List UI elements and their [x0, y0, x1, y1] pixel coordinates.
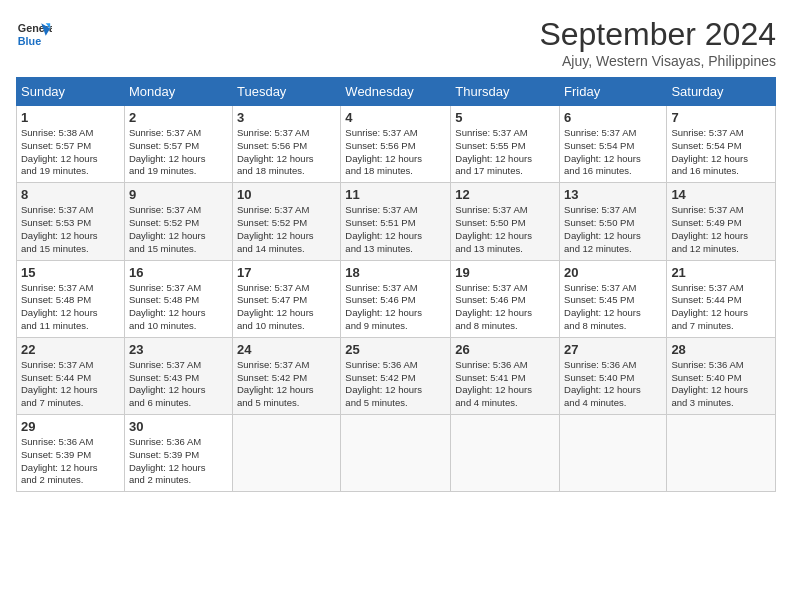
day-info: Sunrise: 5:37 AM Sunset: 5:52 PM Dayligh… [129, 204, 228, 255]
day-number: 15 [21, 265, 120, 280]
calendar-cell: 6Sunrise: 5:37 AM Sunset: 5:54 PM Daylig… [560, 106, 667, 183]
calendar-cell: 12Sunrise: 5:37 AM Sunset: 5:50 PM Dayli… [451, 183, 560, 260]
title-section: September 2024 Ajuy, Western Visayas, Ph… [539, 16, 776, 69]
day-info: Sunrise: 5:37 AM Sunset: 5:55 PM Dayligh… [455, 127, 555, 178]
day-number: 23 [129, 342, 228, 357]
day-info: Sunrise: 5:37 AM Sunset: 5:57 PM Dayligh… [129, 127, 228, 178]
day-info: Sunrise: 5:37 AM Sunset: 5:50 PM Dayligh… [564, 204, 662, 255]
svg-text:Blue: Blue [18, 35, 41, 47]
calendar-cell: 21Sunrise: 5:37 AM Sunset: 5:44 PM Dayli… [667, 260, 776, 337]
location: Ajuy, Western Visayas, Philippines [539, 53, 776, 69]
calendar-cell: 2Sunrise: 5:37 AM Sunset: 5:57 PM Daylig… [124, 106, 232, 183]
calendar-cell: 3Sunrise: 5:37 AM Sunset: 5:56 PM Daylig… [232, 106, 340, 183]
day-info: Sunrise: 5:37 AM Sunset: 5:48 PM Dayligh… [129, 282, 228, 333]
day-number: 4 [345, 110, 446, 125]
day-number: 26 [455, 342, 555, 357]
calendar-cell: 11Sunrise: 5:37 AM Sunset: 5:51 PM Dayli… [341, 183, 451, 260]
day-number: 2 [129, 110, 228, 125]
calendar-week-row: 22Sunrise: 5:37 AM Sunset: 5:44 PM Dayli… [17, 337, 776, 414]
day-number: 14 [671, 187, 771, 202]
weekday-header: Monday [124, 78, 232, 106]
day-info: Sunrise: 5:37 AM Sunset: 5:48 PM Dayligh… [21, 282, 120, 333]
calendar-cell: 26Sunrise: 5:36 AM Sunset: 5:41 PM Dayli… [451, 337, 560, 414]
day-info: Sunrise: 5:37 AM Sunset: 5:54 PM Dayligh… [564, 127, 662, 178]
month-title: September 2024 [539, 16, 776, 53]
weekday-header: Saturday [667, 78, 776, 106]
day-number: 6 [564, 110, 662, 125]
day-number: 17 [237, 265, 336, 280]
day-number: 19 [455, 265, 555, 280]
day-number: 10 [237, 187, 336, 202]
calendar-cell: 25Sunrise: 5:36 AM Sunset: 5:42 PM Dayli… [341, 337, 451, 414]
day-number: 7 [671, 110, 771, 125]
calendar-week-row: 8Sunrise: 5:37 AM Sunset: 5:53 PM Daylig… [17, 183, 776, 260]
day-info: Sunrise: 5:37 AM Sunset: 5:42 PM Dayligh… [237, 359, 336, 410]
day-number: 3 [237, 110, 336, 125]
calendar-cell: 17Sunrise: 5:37 AM Sunset: 5:47 PM Dayli… [232, 260, 340, 337]
day-number: 30 [129, 419, 228, 434]
day-info: Sunrise: 5:36 AM Sunset: 5:39 PM Dayligh… [129, 436, 228, 487]
calendar-cell: 16Sunrise: 5:37 AM Sunset: 5:48 PM Dayli… [124, 260, 232, 337]
day-info: Sunrise: 5:37 AM Sunset: 5:46 PM Dayligh… [345, 282, 446, 333]
calendar-cell: 1Sunrise: 5:38 AM Sunset: 5:57 PM Daylig… [17, 106, 125, 183]
day-info: Sunrise: 5:37 AM Sunset: 5:43 PM Dayligh… [129, 359, 228, 410]
calendar-cell: 27Sunrise: 5:36 AM Sunset: 5:40 PM Dayli… [560, 337, 667, 414]
day-number: 18 [345, 265, 446, 280]
day-info: Sunrise: 5:37 AM Sunset: 5:56 PM Dayligh… [345, 127, 446, 178]
calendar-cell: 29Sunrise: 5:36 AM Sunset: 5:39 PM Dayli… [17, 415, 125, 492]
calendar-week-row: 29Sunrise: 5:36 AM Sunset: 5:39 PM Dayli… [17, 415, 776, 492]
day-info: Sunrise: 5:38 AM Sunset: 5:57 PM Dayligh… [21, 127, 120, 178]
day-info: Sunrise: 5:37 AM Sunset: 5:52 PM Dayligh… [237, 204, 336, 255]
calendar-cell: 13Sunrise: 5:37 AM Sunset: 5:50 PM Dayli… [560, 183, 667, 260]
calendar-cell [232, 415, 340, 492]
calendar-cell: 19Sunrise: 5:37 AM Sunset: 5:46 PM Dayli… [451, 260, 560, 337]
day-info: Sunrise: 5:36 AM Sunset: 5:41 PM Dayligh… [455, 359, 555, 410]
day-info: Sunrise: 5:36 AM Sunset: 5:39 PM Dayligh… [21, 436, 120, 487]
day-info: Sunrise: 5:36 AM Sunset: 5:40 PM Dayligh… [564, 359, 662, 410]
weekday-header: Friday [560, 78, 667, 106]
calendar-cell: 9Sunrise: 5:37 AM Sunset: 5:52 PM Daylig… [124, 183, 232, 260]
calendar-cell [341, 415, 451, 492]
day-info: Sunrise: 5:37 AM Sunset: 5:53 PM Dayligh… [21, 204, 120, 255]
day-number: 1 [21, 110, 120, 125]
day-info: Sunrise: 5:37 AM Sunset: 5:50 PM Dayligh… [455, 204, 555, 255]
day-number: 24 [237, 342, 336, 357]
calendar-cell: 15Sunrise: 5:37 AM Sunset: 5:48 PM Dayli… [17, 260, 125, 337]
day-info: Sunrise: 5:37 AM Sunset: 5:54 PM Dayligh… [671, 127, 771, 178]
calendar-cell: 14Sunrise: 5:37 AM Sunset: 5:49 PM Dayli… [667, 183, 776, 260]
day-info: Sunrise: 5:37 AM Sunset: 5:49 PM Dayligh… [671, 204, 771, 255]
calendar-cell [667, 415, 776, 492]
day-number: 21 [671, 265, 771, 280]
calendar-cell: 30Sunrise: 5:36 AM Sunset: 5:39 PM Dayli… [124, 415, 232, 492]
day-number: 27 [564, 342, 662, 357]
weekday-header-row: SundayMondayTuesdayWednesdayThursdayFrid… [17, 78, 776, 106]
calendar-cell [451, 415, 560, 492]
weekday-header: Sunday [17, 78, 125, 106]
day-number: 9 [129, 187, 228, 202]
day-info: Sunrise: 5:37 AM Sunset: 5:44 PM Dayligh… [21, 359, 120, 410]
weekday-header: Thursday [451, 78, 560, 106]
logo: General Blue [16, 16, 52, 52]
day-info: Sunrise: 5:37 AM Sunset: 5:46 PM Dayligh… [455, 282, 555, 333]
day-number: 13 [564, 187, 662, 202]
calendar-table: SundayMondayTuesdayWednesdayThursdayFrid… [16, 77, 776, 492]
calendar-cell: 24Sunrise: 5:37 AM Sunset: 5:42 PM Dayli… [232, 337, 340, 414]
calendar-cell: 22Sunrise: 5:37 AM Sunset: 5:44 PM Dayli… [17, 337, 125, 414]
weekday-header: Tuesday [232, 78, 340, 106]
calendar-week-row: 1Sunrise: 5:38 AM Sunset: 5:57 PM Daylig… [17, 106, 776, 183]
day-info: Sunrise: 5:37 AM Sunset: 5:56 PM Dayligh… [237, 127, 336, 178]
calendar-cell: 18Sunrise: 5:37 AM Sunset: 5:46 PM Dayli… [341, 260, 451, 337]
day-number: 25 [345, 342, 446, 357]
day-info: Sunrise: 5:37 AM Sunset: 5:45 PM Dayligh… [564, 282, 662, 333]
day-number: 12 [455, 187, 555, 202]
calendar-cell: 8Sunrise: 5:37 AM Sunset: 5:53 PM Daylig… [17, 183, 125, 260]
calendar-cell: 5Sunrise: 5:37 AM Sunset: 5:55 PM Daylig… [451, 106, 560, 183]
calendar-cell: 4Sunrise: 5:37 AM Sunset: 5:56 PM Daylig… [341, 106, 451, 183]
day-info: Sunrise: 5:36 AM Sunset: 5:40 PM Dayligh… [671, 359, 771, 410]
day-number: 28 [671, 342, 771, 357]
calendar-cell: 10Sunrise: 5:37 AM Sunset: 5:52 PM Dayli… [232, 183, 340, 260]
page-header: General Blue September 2024 Ajuy, Wester… [16, 16, 776, 69]
logo-icon: General Blue [16, 16, 52, 52]
day-number: 20 [564, 265, 662, 280]
day-number: 16 [129, 265, 228, 280]
